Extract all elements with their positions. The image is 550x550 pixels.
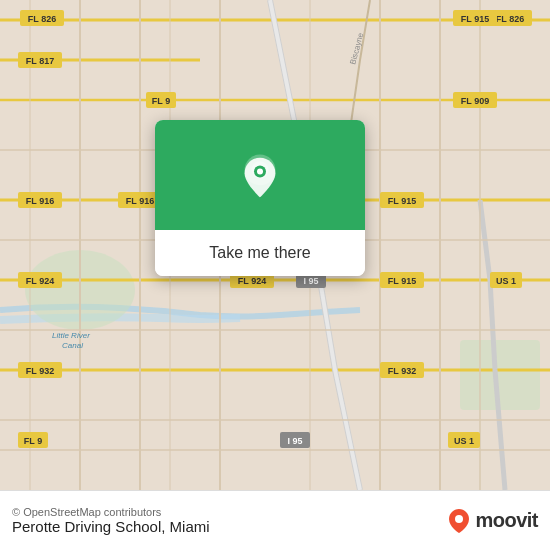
svg-text:I 95: I 95 bbox=[303, 276, 318, 286]
svg-point-68 bbox=[257, 169, 263, 175]
location-popup: Take me there bbox=[155, 120, 365, 276]
svg-text:I 95: I 95 bbox=[287, 436, 302, 446]
svg-text:FL 915: FL 915 bbox=[388, 276, 416, 286]
svg-point-69 bbox=[455, 515, 463, 523]
bottom-bar: © OpenStreetMap contributors Perotte Dri… bbox=[0, 490, 550, 550]
svg-text:FL 916: FL 916 bbox=[126, 196, 154, 206]
bottom-left-info: © OpenStreetMap contributors Perotte Dri… bbox=[12, 506, 210, 535]
map-container: FL 826 FL 826 FL 817 FL 9 FL 915 FL 909 … bbox=[0, 0, 550, 490]
svg-text:FL 932: FL 932 bbox=[388, 366, 416, 376]
svg-text:FL 915: FL 915 bbox=[388, 196, 416, 206]
svg-text:US 1: US 1 bbox=[496, 276, 516, 286]
svg-rect-2 bbox=[460, 340, 540, 410]
location-pin-icon bbox=[236, 151, 284, 199]
svg-text:FL 932: FL 932 bbox=[26, 366, 54, 376]
svg-text:FL 909: FL 909 bbox=[461, 96, 489, 106]
svg-text:FL 826: FL 826 bbox=[28, 14, 56, 24]
svg-text:FL 915: FL 915 bbox=[461, 14, 489, 24]
map-attribution: © OpenStreetMap contributors bbox=[12, 506, 210, 518]
svg-text:US 1: US 1 bbox=[454, 436, 474, 446]
svg-text:FL 817: FL 817 bbox=[26, 56, 54, 66]
svg-text:Canal: Canal bbox=[62, 341, 83, 350]
svg-text:FL 9: FL 9 bbox=[152, 96, 170, 106]
moovit-logo: moovit bbox=[447, 507, 538, 535]
svg-text:FL 924: FL 924 bbox=[26, 276, 54, 286]
popup-header bbox=[155, 120, 365, 230]
svg-text:FL 924: FL 924 bbox=[238, 276, 266, 286]
moovit-wordmark: moovit bbox=[475, 509, 538, 532]
svg-text:FL 916: FL 916 bbox=[26, 196, 54, 206]
svg-text:FL 826: FL 826 bbox=[496, 14, 524, 24]
svg-text:Little River: Little River bbox=[52, 331, 90, 340]
svg-text:FL 9: FL 9 bbox=[24, 436, 42, 446]
moovit-pin-icon bbox=[447, 507, 471, 535]
location-name: Perotte Driving School, Miami bbox=[12, 518, 210, 535]
take-me-there-button[interactable]: Take me there bbox=[155, 230, 365, 276]
